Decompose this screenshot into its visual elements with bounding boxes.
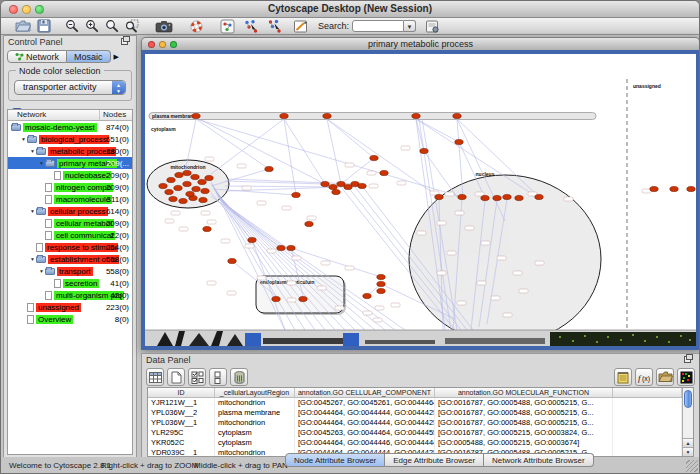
network-node[interactable] — [169, 196, 177, 201]
table-row[interactable]: YLR295Ccytoplasm[GO:0045263, GO:0044464,… — [148, 428, 682, 438]
network-node[interactable] — [412, 113, 420, 118]
network-tree-row[interactable]: response to stimulu264(0) — [8, 241, 132, 253]
network-node[interactable] — [292, 192, 300, 197]
notepad-icon[interactable] — [614, 368, 632, 386]
network-node[interactable] — [167, 177, 175, 182]
network-node[interactable] — [370, 155, 378, 160]
network-node[interactable] — [377, 281, 385, 286]
network-node[interactable] — [332, 189, 340, 194]
network-node[interactable] — [179, 198, 187, 203]
network-node[interactable] — [174, 185, 182, 190]
network-node[interactable] — [670, 186, 678, 191]
network-node[interactable] — [248, 237, 256, 242]
network-node[interactable] — [199, 197, 207, 202]
network-node[interactable] — [329, 184, 337, 189]
network-node[interactable] — [201, 188, 209, 193]
tree-expander-icon[interactable]: ▼ — [29, 208, 36, 214]
node-color-attribute-select[interactable]: transporter activity ▲▼ — [14, 80, 126, 95]
network-node[interactable] — [481, 195, 489, 200]
network-tree-row[interactable]: mosaic-demo-yeast874(0) — [8, 121, 132, 133]
zoom-fit-icon[interactable] — [105, 19, 119, 34]
select-attributes-icon[interactable] — [188, 368, 206, 386]
network-tree-row[interactable]: secretion41(0) — [8, 277, 132, 289]
network-node[interactable] — [228, 258, 236, 263]
table-column-header[interactable]: ID — [148, 388, 215, 397]
network-tree-row[interactable]: cell communicat22(0) — [8, 229, 132, 241]
tree-expander-icon[interactable]: ▼ — [29, 256, 36, 262]
table-column-header[interactable]: annotation.GO MOLECULAR_FUNCTION — [435, 388, 613, 397]
network-canvas[interactable]: plasma membrane cytoplasm mitochondrion … — [145, 54, 696, 346]
delete-attribute-icon[interactable] — [230, 368, 248, 386]
search-input[interactable] — [352, 20, 404, 32]
network-tree-row[interactable]: nitrogen compo209(0) — [8, 181, 132, 193]
network-node[interactable] — [535, 194, 543, 199]
network-node[interactable] — [458, 194, 466, 199]
unselect-attributes-icon[interactable] — [209, 368, 227, 386]
network-node[interactable] — [175, 172, 183, 177]
network-node[interactable] — [205, 175, 213, 180]
table-column-header[interactable]: annotation.GO CELLULAR_COMPONENT — [295, 388, 435, 397]
help-icon[interactable] — [189, 19, 204, 34]
table-row[interactable]: YJR121W__1mitochondrion[GO:0045267, GO:0… — [148, 398, 682, 408]
matrix-view-icon[interactable] — [677, 368, 695, 386]
table-row[interactable]: YPL036W__2plasma membrane[GO:0044464, GO… — [148, 408, 682, 418]
tree-col-network[interactable]: Network — [8, 110, 100, 120]
table-column-header[interactable]: _cellularLayoutRegion — [215, 388, 295, 397]
network-node[interactable] — [192, 113, 200, 118]
network-tree-row[interactable]: cellular metabol209(0) — [8, 217, 132, 229]
tab-mosaic[interactable]: Mosaic — [67, 50, 111, 63]
network-node[interactable] — [287, 245, 295, 250]
network-node[interactable] — [358, 183, 366, 188]
network-tree-row[interactable]: ▼primary metabo209(... — [8, 157, 132, 169]
network-tree-row[interactable]: ▼establishment of lo558(0) — [8, 253, 132, 265]
network-node[interactable] — [191, 174, 199, 179]
new-attribute-icon[interactable] — [167, 368, 185, 386]
table-scrollbar[interactable]: ▲ ▼ — [682, 388, 693, 456]
network-node[interactable] — [377, 288, 385, 293]
network-node[interactable] — [265, 166, 273, 171]
network-node[interactable] — [159, 183, 167, 188]
import-folder-icon[interactable] — [656, 368, 674, 386]
network-tree-row[interactable]: macromolecule311(0) — [8, 193, 132, 205]
network-tree-row[interactable]: ▼cellular process614(0) — [8, 205, 132, 217]
attribute-browser-tab[interactable]: Edge Attribute Browser — [385, 453, 484, 467]
tree-expander-icon[interactable]: ▼ — [38, 268, 45, 274]
snapshot-icon[interactable] — [155, 19, 173, 34]
network-node[interactable] — [203, 226, 211, 231]
layout-icon[interactable] — [243, 19, 259, 34]
scroll-up-icon[interactable]: ▲ — [683, 438, 693, 447]
network-tree-row[interactable]: ▼transport558(0) — [8, 265, 132, 277]
tree-expander-icon[interactable]: ▼ — [38, 160, 45, 166]
network-node[interactable] — [377, 274, 385, 279]
network-node[interactable] — [435, 194, 443, 199]
network-node[interactable] — [515, 195, 523, 200]
network-tree-row[interactable]: unassigned223(0) — [8, 301, 132, 313]
tab-network[interactable]: Network — [7, 50, 67, 63]
zoom-selected-icon[interactable] — [125, 19, 139, 34]
network-node[interactable] — [299, 296, 307, 301]
more-tabs-icon[interactable]: ▶ — [114, 53, 119, 61]
network-node[interactable] — [186, 191, 194, 196]
annotation-icon[interactable] — [293, 19, 308, 34]
zoom-out-icon[interactable] — [65, 19, 79, 34]
network-node[interactable] — [183, 181, 191, 186]
network-tree-row[interactable]: multi-organism pro42(0) — [8, 289, 132, 301]
scroll-down-icon[interactable]: ▼ — [683, 447, 693, 456]
table-row[interactable]: YKR052Ccytoplasm[GO:0044464, GO:0044446,… — [148, 438, 682, 448]
float-data-panel-icon[interactable] — [684, 356, 691, 363]
network-tree-row[interactable]: ▼metabolic process280(0) — [8, 145, 132, 157]
graph-edit-icon[interactable] — [267, 19, 283, 34]
attribute-table-icon[interactable] — [146, 368, 164, 386]
network-node[interactable] — [305, 221, 313, 226]
network-node[interactable] — [277, 245, 285, 250]
network-node[interactable] — [321, 181, 329, 186]
network-node[interactable] — [455, 139, 463, 144]
network-node[interactable] — [272, 296, 280, 301]
network-node[interactable] — [650, 186, 658, 191]
network-node[interactable] — [493, 195, 501, 200]
tree-col-nodes[interactable]: Nodes — [100, 110, 132, 120]
network-node[interactable] — [183, 170, 191, 175]
vizmap-icon[interactable] — [220, 19, 235, 34]
scrollbar-thumb[interactable] — [684, 390, 692, 408]
formula-builder-icon[interactable]: f(x) — [635, 368, 653, 386]
